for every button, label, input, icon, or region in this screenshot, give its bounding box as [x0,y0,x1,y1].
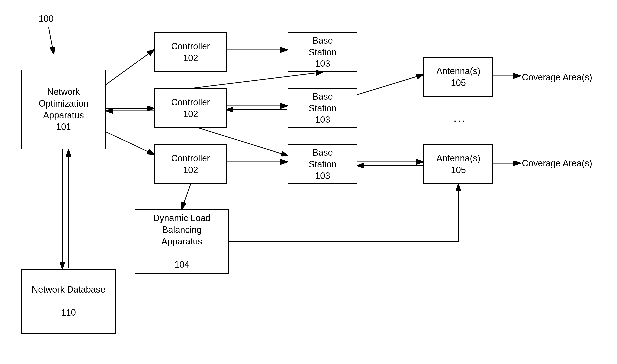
bs1-box: Base Station 103 [288,32,357,72]
svg-line-3 [106,50,154,85]
ctrl3-label: Controller 102 [171,153,210,176]
dlba-label: Dynamic Load Balancing Apparatus 104 [153,212,210,271]
svg-line-2 [49,27,54,54]
noa-box: Network Optimization Apparatus 101 [21,70,106,149]
ant1-box: Antenna(s) 105 [423,57,493,97]
ndb-label: Network Database 110 [32,284,105,319]
bs3-label: Base Station 103 [309,147,337,182]
dots: ... [453,111,466,124]
ctrl2-box: Controller 102 [154,88,227,128]
svg-line-10 [191,72,323,88]
ndb-box: Network Database 110 [21,269,116,334]
coverage1-label: Coverage Area(s) [522,72,592,83]
ctrl1-box: Controller 102 [154,32,227,72]
ant1-label: Antenna(s) 105 [436,65,480,89]
ctrl3-box: Controller 102 [154,144,227,184]
ctrl2-label: Controller 102 [171,97,210,120]
svg-line-18 [182,184,191,209]
bs2-box: Base Station 103 [288,88,357,128]
noa-label: Network Optimization Apparatus 101 [39,86,88,133]
svg-line-6 [106,132,154,154]
coverage2-label: Coverage Area(s) [522,158,592,169]
bs1-label: Base Station 103 [309,35,337,70]
ctrl1-label: Controller 102 [171,41,210,64]
ant2-box: Antenna(s) 105 [423,144,493,184]
svg-line-13 [357,75,423,95]
bs3-box: Base Station 103 [288,144,357,184]
diagram: 100 Network Optimization Apparatus 101 C… [0,0,617,364]
ref-label-100: 100 [39,14,54,24]
ant2-label: Antenna(s) 105 [436,153,480,176]
bs2-label: Base Station 103 [309,91,337,126]
dlba-box: Dynamic Load Balancing Apparatus 104 [135,209,229,274]
